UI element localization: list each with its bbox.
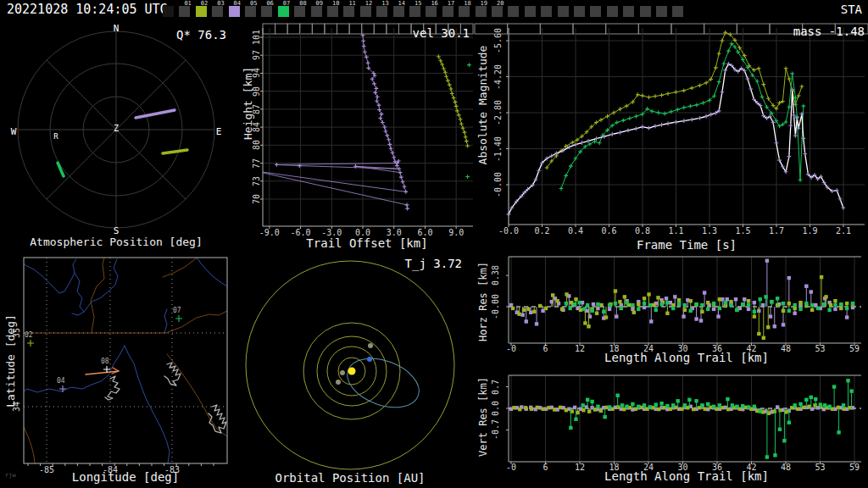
- camera-box[interactable]: [525, 6, 536, 17]
- camera-box-02[interactable]: [196, 6, 207, 17]
- camera-02-point: [440, 63, 444, 67]
- camera-07-point: [731, 403, 734, 407]
- camera-02-point: [747, 299, 750, 302]
- camera-02-point: [587, 324, 590, 328]
- camera-02-point: [465, 144, 470, 148]
- camera-07-point: [608, 405, 611, 408]
- camera-02-point: [652, 303, 655, 307]
- map-ytick: 34: [13, 402, 21, 412]
- camera-box-15[interactable]: [409, 6, 420, 17]
- camera-07-point: [596, 302, 599, 306]
- camera-box-03[interactable]: [212, 6, 223, 17]
- camera-box-label: 06: [266, 1, 273, 7]
- map-ytick: 35: [13, 328, 21, 338]
- camera-07-point: [625, 301, 628, 304]
- camera-07-point: [621, 119, 626, 123]
- combined-photometry-point: [674, 120, 678, 125]
- camera-02-point: [717, 52, 721, 56]
- camera-box[interactable]: [541, 6, 552, 17]
- camera-02-point: [560, 308, 564, 311]
- camera-02-point: [511, 307, 515, 310]
- camera-box-09[interactable]: [311, 6, 322, 17]
- camera-07-point: [665, 404, 669, 408]
- camera-04-point: [833, 308, 837, 311]
- camera-07-point: [741, 404, 744, 408]
- camera-box-05[interactable]: [245, 6, 256, 17]
- camera-02-trail: [163, 150, 187, 153]
- camera-07-point: [648, 303, 652, 307]
- camera-box[interactable]: [558, 6, 569, 17]
- camera-box-11[interactable]: [343, 6, 354, 17]
- camera-02-point: [450, 92, 454, 96]
- camera-07-point: [758, 409, 761, 413]
- camera-07-point: [694, 399, 698, 402]
- camera-box-14[interactable]: [393, 6, 404, 17]
- frame-strip-box: [362, 24, 375, 34]
- camera-02-point: [820, 275, 823, 279]
- camera-02-point: [833, 299, 837, 302]
- camera-box[interactable]: [640, 6, 651, 17]
- magnitude-xtick: 2.1: [836, 227, 851, 236]
- camera-04-point: [793, 312, 796, 315]
- camera-02-point: [837, 406, 840, 409]
- camera-box-07[interactable]: [278, 6, 289, 17]
- frame-strip-box: [398, 24, 411, 34]
- magnitude-xtick: 0.6: [601, 227, 616, 236]
- camera-box-16[interactable]: [426, 6, 437, 17]
- camera-02-point: [579, 308, 582, 312]
- camera-02-point: [839, 307, 843, 310]
- camera-box[interactable]: [574, 6, 585, 17]
- combined-photometry-point: [626, 129, 631, 133]
- camera-02-point: [464, 135, 468, 139]
- watermark: rjw: [5, 473, 16, 479]
- camera-box-17[interactable]: [442, 6, 453, 17]
- camera-07-point: [564, 174, 568, 178]
- radiant-label: R: [53, 133, 58, 141]
- camera-box-10[interactable]: [327, 6, 338, 17]
- camera-02-point: [757, 332, 760, 336]
- camera-02-point: [547, 406, 550, 409]
- camera-02-point: [767, 412, 771, 415]
- camera-02-point: [587, 409, 591, 413]
- camera-02-point: [766, 325, 770, 329]
- camera-box-label: 19: [481, 1, 487, 7]
- camera-box[interactable]: [163, 6, 174, 17]
- camera-box[interactable]: [656, 6, 667, 17]
- camera-04-point: [385, 133, 389, 137]
- combined-photometry-point: [841, 206, 845, 210]
- camera-04-point: [366, 61, 370, 65]
- map-features: [24, 254, 227, 463]
- camera-box-04[interactable]: [229, 6, 240, 17]
- camera-box-20[interactable]: [492, 6, 503, 17]
- horz-res-xtick: 18: [609, 345, 619, 353]
- camera-box-12[interactable]: [360, 6, 371, 17]
- camera-box[interactable]: [672, 6, 683, 17]
- camera-02-point: [729, 300, 732, 303]
- camera-04-point: [377, 103, 381, 108]
- camera-box-18[interactable]: [459, 6, 470, 17]
- combined-photometry-point: [793, 134, 798, 138]
- camera-07-point: [837, 430, 840, 434]
- camera-07-point: [770, 300, 773, 303]
- camera-box-08[interactable]: [294, 6, 305, 17]
- camera-box[interactable]: [623, 6, 634, 17]
- camera-07-point: [568, 307, 571, 310]
- camera-02-point: [643, 297, 646, 300]
- camera-box-19[interactable]: [476, 6, 487, 17]
- camera-07-point: [598, 141, 602, 145]
- camera-box-01[interactable]: [179, 6, 190, 17]
- camera-02-point: [690, 86, 694, 90]
- camera-box-13[interactable]: [376, 6, 387, 17]
- camera-07-point: [700, 403, 704, 407]
- camera-04-point: [712, 308, 715, 311]
- frame-strip-box: [275, 24, 288, 34]
- camera-02-point: [524, 406, 527, 409]
- vert-res-xtick: 18: [609, 463, 619, 472]
- camera-box[interactable]: [590, 6, 601, 17]
- camera-02-point: [671, 303, 675, 307]
- camera-box[interactable]: [508, 6, 519, 17]
- camera-07-point: [842, 403, 845, 407]
- camera-box-06[interactable]: [261, 6, 272, 17]
- camera-02-point: [698, 83, 702, 87]
- camera-box[interactable]: [607, 6, 618, 17]
